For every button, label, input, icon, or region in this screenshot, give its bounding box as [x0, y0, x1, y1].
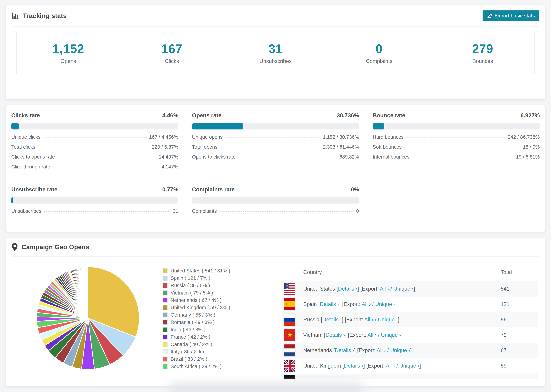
export-unique-link[interactable]: Unique ›	[378, 317, 398, 322]
dotted-leader	[406, 137, 505, 138]
stat-box-complaints: 0 Complaints	[327, 31, 431, 75]
legend-item-netherlands[interactable]: Netherlands ( 67 / 4% )	[162, 297, 258, 304]
export-all-link[interactable]: All ›	[386, 363, 395, 369]
details-link[interactable]: Details ›	[344, 363, 363, 369]
rate-value: 30.736%	[337, 112, 359, 119]
dotted-leader	[43, 137, 147, 138]
legend-label: South Africa ( 29 / 2% )	[171, 364, 222, 369]
stat-label: Complaints	[366, 58, 392, 64]
rate-title: Clicks rate	[11, 112, 40, 119]
legend-item-india[interactable]: India ( 46 / 3% )	[162, 326, 258, 333]
legend-label: Italy ( 36 / 2% )	[171, 349, 204, 355]
export-separator: /	[371, 301, 375, 307]
legend-item-united-kingdom[interactable]: United Kingdom ( 59 / 3% )	[162, 304, 258, 311]
rate-block-complaints-rate: Complaints rate 0% Complaints 0	[192, 186, 359, 218]
rate-detail-value: 0	[356, 208, 359, 214]
export-separator: /	[376, 332, 381, 338]
legend-label: India ( 46 / 3% )	[171, 327, 206, 332]
rate-detail-value: 19 / 6.81%	[516, 154, 540, 160]
export-all-link[interactable]: All ›	[361, 301, 371, 307]
details-link[interactable]: Details ›	[335, 347, 354, 353]
legend-label: France ( 42 / 2% )	[171, 334, 210, 340]
legend-item-germany[interactable]: Germany ( 55 / 3% )	[162, 311, 258, 319]
country-cell: United States [Details ›] [Export: All ›…	[303, 286, 501, 292]
legend-item-russia[interactable]: Russia ( 86 / 5% )	[162, 282, 258, 289]
details-link[interactable]: Details ›	[328, 378, 347, 379]
legend-item-spain[interactable]: Spain ( 121 / 7% )	[162, 274, 258, 282]
export-separator: /	[373, 317, 378, 322]
geo-pie-chart	[33, 263, 143, 386]
rate-detail-row: Unique opens 1,152 / 30.736%	[192, 134, 359, 144]
country-total: 541	[501, 286, 538, 292]
country-cell: Netherlands [Details ›] [Export: All › /…	[303, 347, 501, 354]
dotted-leader	[404, 147, 520, 147]
rate-value: 6.927%	[521, 112, 540, 119]
legend-item-south-africa[interactable]: South Africa ( 29 / 2% )	[162, 363, 258, 370]
rate-block-bounce-rate: Bounce rate 6.927% Hard bounces 242 / 86…	[373, 112, 540, 174]
legend-item-italy[interactable]: Italy ( 36 / 2% )	[162, 348, 258, 355]
details-link[interactable]: Details ›	[325, 332, 345, 338]
export-unique-link[interactable]: Unique ›	[390, 347, 410, 353]
legend-item-vietnam[interactable]: Vietnam ( 79 / 5% )	[162, 289, 258, 297]
details-link[interactable]: Details ›	[322, 317, 342, 322]
country-total: 59	[501, 363, 538, 369]
rate-value: 0.77%	[162, 186, 178, 193]
stat-box-bounces: 279 Bounces	[431, 31, 534, 75]
export-all-link[interactable]: All ›	[367, 332, 376, 338]
rate-block-clicks-rate: Clicks rate 4.46% Unique clicks 167 / 4.…	[11, 112, 178, 174]
rate-detail-row: Soft bounces 18 / 0%	[373, 144, 540, 154]
rate-detail-label: Complaints	[192, 208, 217, 214]
geo-title: Campaign Geo Opens	[21, 244, 89, 251]
export-unique-link[interactable]: Unique ›	[393, 286, 413, 292]
legend-item-united-states[interactable]: United States ( 541 / 31% )	[162, 267, 258, 274]
rate-detail-row: Hard bounces 242 / 86.738%	[373, 134, 540, 144]
details-link[interactable]: Details ›	[338, 286, 357, 292]
pie-slice-other-50[interactable]	[88, 267, 88, 318]
legend-swatch	[162, 342, 168, 347]
legend-swatch	[162, 268, 168, 273]
legend-label: United States ( 541 / 31% )	[171, 268, 230, 274]
export-all-link[interactable]: All ›	[364, 317, 373, 322]
rate-detail-row: Unsubscribes 31	[11, 208, 178, 218]
legend-item-france[interactable]: France ( 42 / 2% )	[162, 333, 258, 341]
rates-grid-top: Clicks rate 4.46% Unique clicks 167 / 4.…	[11, 112, 540, 174]
export-icon	[487, 13, 492, 19]
legend-item-romania[interactable]: Romania ( 49 / 3% )	[162, 319, 258, 326]
export-unique-link[interactable]: Unique ›	[381, 332, 401, 338]
legend-swatch	[162, 320, 168, 325]
legend-label: Netherlands ( 67 / 4% )	[171, 297, 222, 303]
export-separator: /	[386, 347, 390, 353]
rate-detail-row: Click through rate 4.147%	[11, 164, 178, 174]
rate-detail-value: 31	[173, 208, 178, 214]
rate-value: 4.46%	[162, 112, 178, 119]
export-unique-link[interactable]: Unique ›	[375, 301, 395, 307]
export-unique-link[interactable]: Unique ›	[383, 378, 403, 379]
geo-legend: United States ( 541 / 31% ) Spain ( 121 …	[162, 263, 258, 386]
rate-detail-row: Complaints 0	[192, 208, 359, 218]
legend-item-brazil[interactable]: Brazil ( 33 / 2% )	[162, 355, 258, 363]
rate-detail-row: Internal bounces 19 / 6.81%	[373, 154, 540, 164]
details-link[interactable]: Details ›	[320, 301, 339, 307]
geo-table-row-spain: Spain [Details ›] [Export: All › / Uniqu…	[282, 297, 538, 312]
geo-table-header: Country Total	[282, 263, 538, 281]
tracking-stats-header: Tracking stats Export basic stats	[12, 5, 539, 27]
country-total: 86	[501, 317, 538, 323]
legend-label: Brazil ( 33 / 2% )	[171, 356, 207, 362]
rate-head: Complaints rate 0%	[192, 186, 359, 193]
rate-head: Bounce rate 6.927%	[373, 112, 540, 119]
legend-item-canada[interactable]: Canada ( 40 / 2% )	[162, 341, 258, 348]
stat-value: 167	[161, 42, 182, 56]
rate-detail-row: Unique clicks 167 / 4.456%	[11, 134, 178, 144]
stat-value: 279	[472, 42, 493, 56]
export-separator: /	[379, 378, 383, 379]
export-all-link[interactable]: All ›	[380, 286, 389, 292]
rate-progress-fill	[11, 197, 13, 203]
export-all-link[interactable]: All ›	[377, 347, 386, 353]
stat-value: 0	[376, 42, 383, 56]
export-unique-link[interactable]: Unique ›	[399, 363, 419, 369]
rate-detail-label: Click through rate	[11, 164, 50, 170]
export-basic-stats-button[interactable]: Export basic stats	[483, 10, 539, 21]
country-name: Germany	[303, 378, 326, 379]
export-all-link[interactable]: All ›	[370, 378, 379, 379]
stat-label: Unsubscribes	[259, 58, 292, 64]
